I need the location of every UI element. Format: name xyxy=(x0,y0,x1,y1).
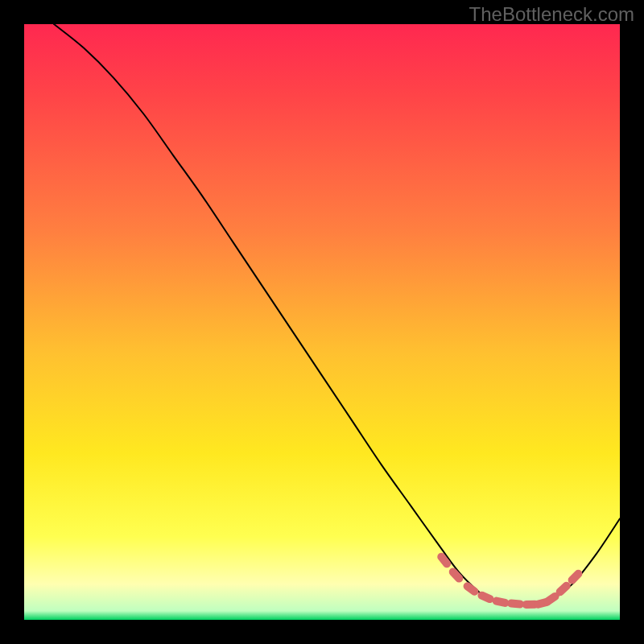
highlight-marker xyxy=(511,604,520,605)
highlight-marker xyxy=(572,574,579,580)
highlight-marker xyxy=(468,586,475,592)
highlight-marker xyxy=(441,557,447,564)
highlight-marker xyxy=(453,572,460,578)
highlight-marker xyxy=(547,597,555,601)
highlight-marker xyxy=(560,586,567,592)
bottleneck-chart xyxy=(0,0,644,644)
highlight-marker xyxy=(497,601,506,603)
highlight-marker xyxy=(481,596,489,599)
watermark-text: TheBottleneck.com xyxy=(469,3,634,26)
chart-container: TheBottleneck.com xyxy=(0,0,644,644)
plot-background xyxy=(24,24,620,620)
